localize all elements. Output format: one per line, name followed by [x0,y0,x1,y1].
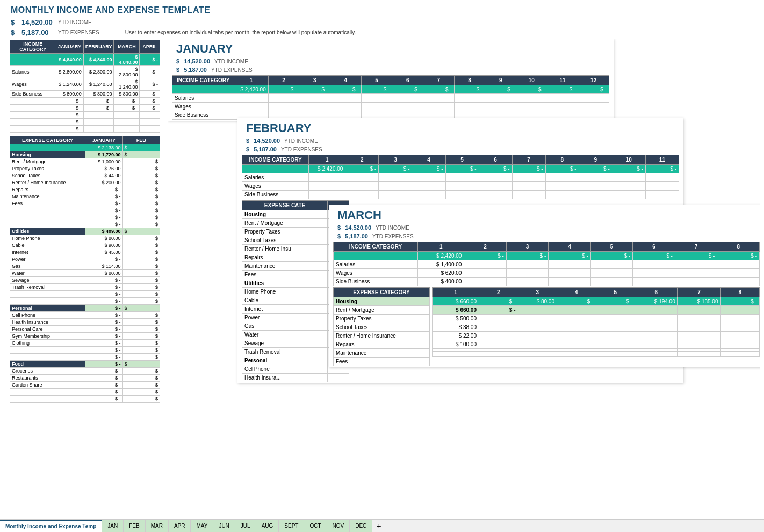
personal-feb: $ [122,305,160,312]
housing-empty-2: $ -$ [10,214,160,221]
sidebiz-feb: $ 800.00 [83,91,114,98]
january-title: JANUARY [168,39,614,57]
mar-ytd-exp: $ 5,187.00 YTD EXPENSES [329,232,760,241]
gym-row: Gym Membership$ -$ [10,333,160,340]
ytd-income-row: $ 14,520.00 YTD INCOME [0,17,764,27]
apr-header: APRIL [140,40,160,54]
cell-phone-row: Cell Phone$ -$ [10,312,160,319]
sidebiz-apr: $ - [140,91,160,98]
tab-summary-label: Monthly Income and Expense Temp [5,523,96,529]
mar-side-biz: Side Business$ 400.00 [334,278,760,286]
tab-feb[interactable]: FEB [124,520,145,532]
feb-side-biz: Side Business [242,191,679,199]
jan-salaries: Salaries [172,94,609,103]
wages-label: Wages [10,78,56,91]
salaries-row: Salaries $ 2,800.00 $ 2,800.00 $ 2,800.0… [10,66,160,78]
expense-total-row: $ 2,138.00 $ [10,144,160,151]
empty-row-2: $ -$ -$ -$ - [10,105,160,112]
tab-oct-label: OCT [309,523,321,529]
internet-row: Internet$ 45.00$ [10,249,160,256]
january-panel: JANUARY $ 14,520.00 YTD INCOME $ 5,187.0… [168,39,614,121]
food-total: $ - [85,361,122,368]
ytd-income-value: 14,520.00 [21,18,54,26]
jan-weeks-header: INCOME CATEGORY 1 2 3 4 5 6 7 8 9 10 [172,76,609,85]
ytd-expenses-label: YTD EXPENSES [58,30,99,35]
mar-header: MARCH [114,40,140,54]
empty-row-3: $ - [10,112,160,119]
exp-feb-header: FEB [122,136,160,144]
utilities-section: Utilities $ 409.00 $ [10,228,160,235]
feb-weeks-header: INCOME CATEGORY 1 2 3 4 5 6 7 8 9 10 [242,155,679,165]
mar-expense-wrap: EXPENSE CATEGORY Housing Rent / Mortgage… [333,287,760,366]
mar-exp-vals-col: 1 2 3 4 5 6 7 8 [432,287,760,366]
tab-dec[interactable]: DEC [350,520,372,532]
ytd-expenses-value: 5,187.00 [21,28,54,37]
salaries-label: Salaries [10,66,56,78]
fees-row: Fees$ -$ [10,200,160,207]
pers-empty-1: $ -$ [10,347,160,354]
mar-weeks-header: INCOME CATEGORY 1 2 3 4 5 6 7 8 [334,242,760,252]
exp-feb-total: $ [122,144,160,151]
jan-income-table: INCOME CATEGORY 1 2 3 4 5 6 7 8 9 10 [172,75,609,120]
tab-jun-label: JUN [219,523,229,529]
mar-total-row: $ 2,420.00 $ - $ - $ - $ - $ - $ - $ - [334,252,760,260]
tab-mar[interactable]: MAR [146,520,169,532]
mar-prop-tax: $ 38.00 [433,323,760,332]
empty-row-5: $ - [10,126,160,133]
mar-income-table-wrap: INCOME CATEGORY 1 2 3 4 5 6 7 8 [333,242,760,286]
utilities-feb: $ [122,228,160,235]
ytd-income-label: YTD INCOME [58,19,92,25]
food-section: Food $ - $ [10,361,160,368]
mar-housing-total: $ 660.00 $ - [433,306,760,315]
tab-add[interactable]: + [372,520,386,532]
jan-total-row: $ 2,420.00 $ - $ - $ - $ - $ - $ - $ - $… [172,85,609,94]
clothing-row: Clothing$ -$ [10,340,160,347]
tab-sept[interactable]: SEPT [279,520,304,532]
wages-apr: $ - [140,78,160,91]
income-cat-header: INCOME CATEGORY [10,40,56,54]
wages-row: Wages $ 1,240.00 $ 1,240.00 $ 1,240.00 $… [10,78,160,91]
empty-row-4: $ - [10,119,160,126]
tab-jan[interactable]: JAN [102,520,124,532]
food-feb: $ [122,361,160,368]
ytd-income-dollar: $ [11,18,17,26]
repairs-row: Repairs$ -$ [10,186,160,193]
tab-aug-label: AUG [262,523,273,529]
housing-section: Housing $ 1,729.00 $ [10,151,160,158]
tab-oct[interactable]: OCT [304,520,327,532]
expense-cat-header: EXPENSE CATEGORY [10,136,85,144]
housing-empty-3: $ -$ [10,221,160,228]
groceries-row: Groceries$ -$ [10,368,160,375]
garden-row: Garden Share$ -$ [10,382,160,389]
tab-sept-label: SEPT [284,523,298,529]
utilities-label: Utilities [10,228,85,235]
tab-may[interactable]: MAY [191,520,213,532]
tab-dec-label: DEC [355,523,366,529]
personal-section: Personal $ - $ [10,305,160,312]
feb-income-table-wrap: INCOME CATEGORY 1 2 3 4 5 6 7 8 9 10 [242,155,679,199]
mar-school-tax: $ 22.00 [433,332,760,340]
rent-row: Rent / Mortgage$ 1,000.00$ [10,158,160,165]
trash-row: Trash Removal$ -$ [10,284,160,291]
tab-bar: Monthly Income and Expense Temp JAN FEB … [0,519,764,532]
tab-apr-label: APR [174,523,185,529]
ytd-expenses-dollar: $ [11,28,17,37]
restaurants-row: Restaurants$ -$ [10,375,160,382]
tab-jul[interactable]: JUL [235,520,256,532]
tab-summary[interactable]: Monthly Income and Expense Temp [0,520,102,532]
school-tax-row: School Taxes$ 44.00$ [10,172,160,179]
tab-apr[interactable]: APR [169,520,191,532]
utilities-total: $ 409.00 [85,228,122,235]
tab-aug[interactable]: AUG [256,520,279,532]
personal-total: $ - [85,305,122,312]
description: User to enter expenses on individual tab… [125,30,356,35]
wages-jan: $ 1,240.00 [56,78,83,91]
tab-nov[interactable]: NOV [327,520,350,532]
page: MONTHLY INCOME AND EXPENSE TEMPLATE $ 14… [0,0,764,532]
housing-label: Housing [10,151,85,158]
months-area: JANUARY $ 14,520.00 YTD INCOME $ 5,187.0… [168,39,760,511]
salaries-jan: $ 2,800.00 [56,66,83,78]
mar-rent: $ 500.00 [433,315,760,323]
tab-jun[interactable]: JUN [213,520,235,532]
pers-empty-2: $ -$ [10,354,160,361]
